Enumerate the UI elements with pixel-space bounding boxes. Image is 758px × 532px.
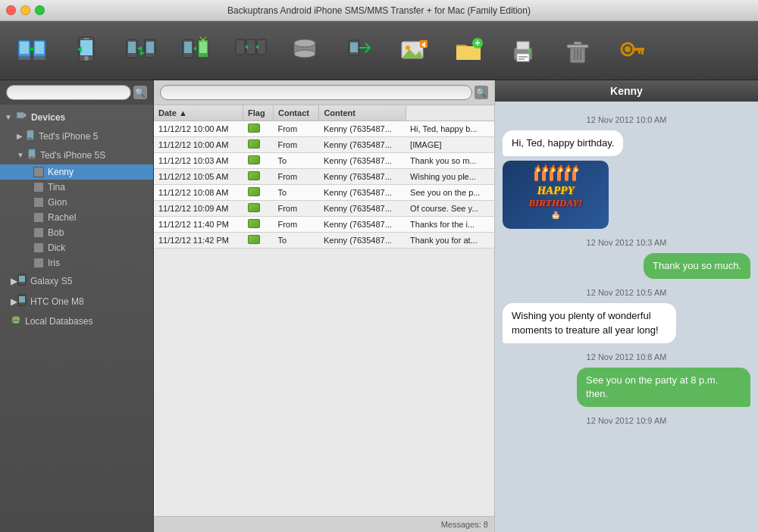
folder-button[interactable]: + bbox=[443, 27, 494, 74]
message-search-icon[interactable]: 🔍 bbox=[475, 86, 488, 99]
table-row[interactable]: 11/12/12 11:40 PM From Kenny (7635487...… bbox=[154, 217, 494, 233]
chat-header: Kenny bbox=[495, 80, 758, 102]
flag-icon bbox=[248, 219, 260, 228]
iris-label: Iris bbox=[48, 258, 60, 268]
svg-rect-69 bbox=[29, 150, 35, 156]
phone-button-3[interactable] bbox=[224, 27, 276, 74]
phone-button-1[interactable] bbox=[61, 27, 112, 74]
key-icon bbox=[614, 33, 650, 69]
maximize-button[interactable] bbox=[35, 5, 45, 15]
kenny-label: Kenny bbox=[48, 167, 74, 177]
chat-timestamp: 12 Nov 2012 10:0 AM bbox=[503, 115, 750, 124]
sidebar-devices-section[interactable]: ▼ Devices bbox=[0, 108, 153, 127]
cell-flag bbox=[243, 217, 274, 233]
trash-button[interactable] bbox=[552, 27, 603, 74]
sidebar-contact-iris[interactable]: Iris bbox=[0, 255, 153, 271]
col-content[interactable]: Content bbox=[319, 105, 406, 121]
transfer-button[interactable] bbox=[6, 27, 58, 74]
local-db-icon bbox=[11, 315, 21, 327]
sidebar-contact-dick[interactable]: Dick bbox=[0, 240, 153, 255]
col-contact[interactable]: Contact bbox=[273, 105, 318, 121]
table-row[interactable]: 11/12/12 10:08 AM To Kenny (7635487... S… bbox=[154, 185, 494, 201]
table-row[interactable]: 11/12/12 10:03 AM To Kenny (7635487... T… bbox=[154, 153, 494, 169]
iris-contact-icon bbox=[33, 258, 44, 268]
svg-rect-53 bbox=[574, 42, 581, 45]
col-date[interactable]: Date ▲ bbox=[154, 105, 243, 121]
svg-rect-20 bbox=[184, 42, 192, 53]
message-bubble-outgoing: Thank you so much. bbox=[503, 253, 750, 279]
sidebar-contact-rachel[interactable]: Rachel bbox=[0, 210, 153, 225]
sidebar-search-input[interactable] bbox=[6, 85, 131, 100]
sidebar-contact-kenny[interactable]: Kenny bbox=[0, 164, 153, 180]
htc-icon bbox=[17, 294, 27, 308]
svg-rect-46 bbox=[517, 42, 529, 49]
flag-icon bbox=[248, 187, 260, 196]
database-button[interactable] bbox=[279, 27, 330, 74]
cell-flag bbox=[243, 153, 274, 169]
svg-point-77 bbox=[12, 321, 20, 324]
cell-contact: Kenny (7635487... bbox=[319, 201, 406, 217]
message-list-search-bar: 🔍 bbox=[154, 80, 494, 105]
svg-point-23 bbox=[202, 39, 205, 42]
export-button[interactable] bbox=[334, 27, 385, 74]
cell-direction: From bbox=[273, 201, 318, 217]
cell-flag bbox=[243, 233, 274, 249]
phone-button-2[interactable] bbox=[115, 27, 167, 74]
cell-date: 11/12/12 11:42 PM bbox=[154, 233, 243, 249]
table-row[interactable]: 11/12/12 10:09 AM From Kenny (7635487...… bbox=[154, 201, 494, 217]
devices-label: Devices bbox=[31, 112, 65, 123]
sidebar-contact-bob[interactable]: Bob bbox=[0, 225, 153, 240]
trash-icon bbox=[559, 33, 596, 69]
close-button[interactable] bbox=[6, 5, 16, 15]
main-area: 🔍 ▼ Devices ▶ bbox=[0, 80, 758, 532]
bubble-text: Hi, Ted, happy birthday. bbox=[503, 130, 623, 156]
sidebar-item-teds-iphone-5[interactable]: ▶ Ted's iPhone 5 bbox=[0, 127, 153, 146]
flag-icon bbox=[248, 139, 260, 149]
export-icon bbox=[341, 33, 377, 69]
key-button[interactable] bbox=[606, 27, 658, 74]
toolbar: + bbox=[0, 21, 758, 80]
htc-arrow: ▶ bbox=[11, 296, 17, 307]
cell-date: 11/12/12 10:03 AM bbox=[154, 153, 243, 169]
flag-icon bbox=[248, 171, 260, 180]
svg-point-58 bbox=[625, 46, 631, 52]
iphone5s-label: Ted's iPhone 5S bbox=[40, 150, 105, 161]
table-row[interactable]: 11/12/12 10:00 AM From Kenny (7635487...… bbox=[154, 121, 494, 137]
sidebar-item-galaxy-s5[interactable]: ▶ Galaxy S5 bbox=[0, 271, 153, 291]
bob-label: Bob bbox=[48, 227, 64, 238]
svg-rect-61 bbox=[638, 51, 641, 54]
bubble-text: Wishing you plenty of wonderful moments … bbox=[503, 303, 676, 343]
sidebar-contact-gion[interactable]: Gion bbox=[0, 195, 153, 210]
sidebar-item-htc-one-m8[interactable]: ▶ HTC One M8 bbox=[0, 291, 153, 311]
sidebar-item-local-databases[interactable]: Local Databases bbox=[0, 311, 153, 330]
dick-contact-icon bbox=[33, 243, 44, 253]
sidebar-tree: ▼ Devices ▶ bbox=[0, 105, 153, 532]
sidebar-item-teds-iphone-5s[interactable]: ▼ Ted's iPhone 5S bbox=[0, 146, 153, 164]
window-controls bbox=[6, 5, 45, 15]
cell-content: Hi, Ted, happy b... bbox=[406, 121, 494, 137]
print-icon bbox=[505, 33, 541, 69]
cell-content: See you on the p... bbox=[406, 185, 494, 201]
iphone5-label: Ted's iPhone 5 bbox=[39, 131, 98, 142]
cell-date: 11/12/12 10:05 AM bbox=[154, 169, 243, 185]
galaxy-icon bbox=[17, 274, 27, 288]
sidebar-contact-tina[interactable]: Tina bbox=[0, 180, 153, 195]
tina-label: Tina bbox=[48, 182, 65, 192]
message-image: 🔥🔥🔥🔥🔥🔥 HAPPY BIRTHDAY! 🎂 bbox=[503, 161, 750, 229]
minimize-button[interactable] bbox=[20, 5, 30, 15]
sidebar-search-icon[interactable]: 🔍 bbox=[133, 86, 147, 99]
cell-direction: From bbox=[273, 137, 318, 153]
android-button[interactable] bbox=[170, 27, 221, 74]
chat-timestamp: 12 Nov 2012 10:3 AM bbox=[503, 238, 750, 247]
table-row[interactable]: 11/12/12 10:00 AM From Kenny (7635487...… bbox=[154, 137, 494, 153]
print-button[interactable] bbox=[497, 27, 549, 74]
cell-direction: From bbox=[273, 169, 318, 185]
message-search-input[interactable] bbox=[160, 85, 472, 100]
table-row[interactable]: 11/12/12 10:05 AM From Kenny (7635487...… bbox=[154, 169, 494, 185]
devices-icon bbox=[15, 110, 27, 124]
phone-icon-1 bbox=[68, 33, 105, 69]
photos-button[interactable] bbox=[388, 27, 440, 74]
cell-contact: Kenny (7635487... bbox=[319, 153, 406, 169]
table-row[interactable]: 11/12/12 11:42 PM To Kenny (7635487... T… bbox=[154, 233, 494, 249]
col-flag[interactable]: Flag bbox=[243, 105, 274, 121]
